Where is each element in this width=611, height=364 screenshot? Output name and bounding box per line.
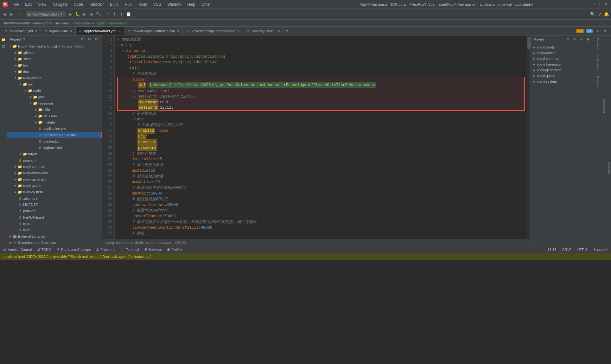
maven-ruoyi-root[interactable]: ▶ ruoyi (root) [532, 44, 593, 50]
tree-github[interactable]: ▶ 📁 .github [7, 49, 102, 56]
tree-system[interactable]: ▶ 📁 ruoyi-system [7, 189, 102, 195]
tree-src[interactable]: ▼ 📁 src [7, 81, 102, 87]
bookmarks-toggle[interactable]: Bookmarks [602, 99, 605, 113]
run-config-selector[interactable]: ▶ RuoYiApplication ▼ [26, 11, 66, 17]
debug-button[interactable]: 🐛 [74, 11, 81, 17]
code-content[interactable]: # 数据源配置 spring: datasource: type: com.al… [115, 35, 527, 239]
status-problems[interactable]: ⚠ Problems [96, 247, 115, 252]
tree-idea[interactable]: ▶ 📁 .idea [7, 56, 102, 62]
notifications-button[interactable]: 🔔 [603, 11, 610, 17]
tree-resources[interactable]: ▼ 📁 resources [7, 100, 102, 106]
bc-admin[interactable]: ruoyi-admin [34, 21, 52, 25]
prev-issue-button[interactable]: ▲ [595, 28, 601, 34]
tree-common[interactable]: ▶ 📁 ruoyi-common [7, 163, 102, 170]
menu-build[interactable]: Build [107, 2, 121, 7]
status-indent[interactable]: 4 spaces* [593, 248, 608, 252]
menu-vcs[interactable]: VCS [151, 2, 164, 7]
help-button[interactable]: ? [596, 11, 603, 17]
structure-toggle[interactable]: Structure [607, 162, 610, 174]
tree-druid-yml[interactable]: ▶ 🗎 application-druid.yml [7, 132, 102, 138]
menu-edit[interactable]: Edit [22, 2, 34, 7]
status-services[interactable]: ⚙ Services [144, 247, 162, 252]
project-panel-toggle[interactable]: 📁 [1, 37, 6, 42]
tree-admin-pom[interactable]: ▶ 🗎 pom.xml [7, 157, 102, 163]
tab-yaweipeople-close[interactable]: ✕ [177, 29, 179, 33]
menu-run[interactable]: Run [122, 2, 134, 7]
menu-refactor[interactable]: Refactor [87, 2, 106, 7]
profile-button[interactable]: ◉ [88, 11, 95, 17]
tree-root-pom[interactable]: ▶ 🗎 pom.xml [7, 208, 102, 214]
tree-meta-inf[interactable]: ▶ 📁 META-INF [7, 113, 102, 119]
tree-mybatis[interactable]: ▶ 📁 mybatis [7, 119, 102, 125]
maven-ruoyi-generator[interactable]: ▶ ruoyi-generator [532, 67, 593, 73]
tree-external-libs[interactable]: ▶ 📚 External Libraries [7, 233, 102, 239]
tab-security-close[interactable]: ✕ [277, 29, 280, 33]
update-button[interactable]: ↻ [105, 11, 111, 17]
forward-button[interactable]: ▶ [8, 11, 15, 17]
tree-gitignore[interactable]: ▶ 🗎 .gitignore [7, 195, 102, 201]
vertical-scrollbar[interactable] [527, 35, 531, 239]
menu-help[interactable]: Help [185, 2, 198, 7]
git-log[interactable]: 📋 [125, 11, 132, 17]
status-todo[interactable]: ☑ TODO [37, 247, 51, 252]
tree-readme[interactable]: ▶ 🗎 README.md [7, 214, 102, 220]
status-line-col[interactable]: 13:33 [548, 248, 557, 252]
bc-main[interactable]: main [63, 21, 71, 25]
scrollbar-thumb[interactable] [527, 37, 531, 49]
tree-application-yml[interactable]: ▶ 🗎 application.yml [7, 125, 102, 132]
tree-generator[interactable]: ▶ 📁 ruoyi-generator [7, 176, 102, 182]
run-button[interactable]: ▶ [67, 11, 74, 17]
tree-logback-xml[interactable]: ▶ 🗎 logback.xml [7, 144, 102, 151]
tab-yaweipeople[interactable]: 🗎 YaweiPeopleController.java ✕ [124, 27, 183, 35]
tree-license[interactable]: ▶ 🗎 LICENSE [7, 201, 102, 208]
maven-ruoyi-system[interactable]: ▶ ruoyi-system [532, 79, 593, 84]
build-button[interactable]: 🔨 [95, 11, 102, 17]
maven-ruoyi-quartz[interactable]: ▶ ruoyi-quartz [532, 73, 593, 79]
sync-icon[interactable]: ⟳ [80, 36, 85, 42]
status-db-changes[interactable]: 🗄 Database Changes [56, 248, 91, 252]
bc-resources[interactable]: resources [73, 21, 89, 25]
next-issue-button[interactable]: ▼ [602, 28, 608, 34]
maven-reload-icon[interactable]: ↻ [565, 36, 570, 42]
tab-logback-xml[interactable]: 🗎 logback.xml ✕ [41, 27, 76, 35]
tab-druid-yml-close[interactable]: ✕ [118, 29, 121, 33]
menu-tools[interactable]: Tools [136, 2, 150, 7]
bc-file[interactable]: 🗎 application-druid.yml [92, 21, 128, 25]
coverage-button[interactable]: ▶ [81, 11, 88, 17]
tab-logback-xml-close[interactable]: ✕ [70, 29, 72, 33]
close-button[interactable]: ✕ [603, 2, 608, 7]
tree-quartz[interactable]: ▶ 📁 ruoyi-quartz [7, 182, 102, 189]
menu-file[interactable]: File [10, 2, 21, 7]
maven-ruoyi-framework[interactable]: ▶ ruoyi-framework [532, 61, 593, 67]
code-editor[interactable]: 1 2 3 4 5 6 7 8 9 10 11 12 13 14 15 16 1… [102, 35, 531, 239]
structure-toggle[interactable]: ☰ [1, 44, 6, 49]
tree-i18n[interactable]: ▶ 📁 i18n [7, 106, 102, 113]
menu-navigate[interactable]: Navigate [50, 2, 70, 7]
tree-main[interactable]: ▼ 📁 main [7, 87, 102, 94]
maximize-button[interactable]: □ [598, 2, 603, 7]
tab-security[interactable]: 🗎 SecurityContr... ✕ [243, 27, 283, 35]
tree-root[interactable]: ▼ 📁 RuoYi-Vue-master [ruoyi] D:\Program … [7, 43, 102, 49]
menu-other[interactable]: Other [199, 2, 213, 7]
tree-target[interactable]: ▶ 📁 target [7, 151, 102, 157]
menu-code[interactable]: Code [71, 2, 86, 7]
maven-add-icon[interactable]: + [579, 36, 584, 42]
tree-scratches[interactable]: ▶ ✏ Scratches and Consoles [7, 239, 102, 246]
maven-execute-icon[interactable]: ▶ [586, 36, 591, 42]
tree-doc[interactable]: ▶ 📁 doc [7, 68, 102, 75]
menu-view[interactable]: View [35, 2, 49, 7]
tree-framework[interactable]: ▶ 📁 ruoyi-framework [7, 170, 102, 176]
tab-yaweimeeting[interactable]: 🗎 YaweiMeetingController.java ✕ [183, 27, 243, 35]
maven-settings-icon[interactable]: ⚙ [572, 36, 577, 42]
tab-druid-yml[interactable]: 🗎 application-druid.yml ✕ [76, 27, 124, 35]
status-encoding[interactable]: UTF-8 [577, 248, 587, 252]
tree-rybat[interactable]: ▶ 🗎 ry.bat [7, 220, 102, 227]
menu-window[interactable]: Window [165, 2, 184, 7]
collapse-all-icon[interactable]: ⊟ [86, 36, 92, 42]
tree-banner-txt[interactable]: ▶ 🗎 banner.txt [7, 138, 102, 144]
bc-root[interactable]: RuoYi-Vue-master [3, 21, 31, 25]
tab-overflow-button[interactable]: ▾ [283, 27, 290, 35]
panel-settings-icon[interactable]: ⚙ [93, 36, 99, 42]
git-pull[interactable]: ⬇ [111, 11, 118, 17]
maven-ruoyi-admin[interactable]: ▶ ruoyi-admin [532, 50, 593, 56]
